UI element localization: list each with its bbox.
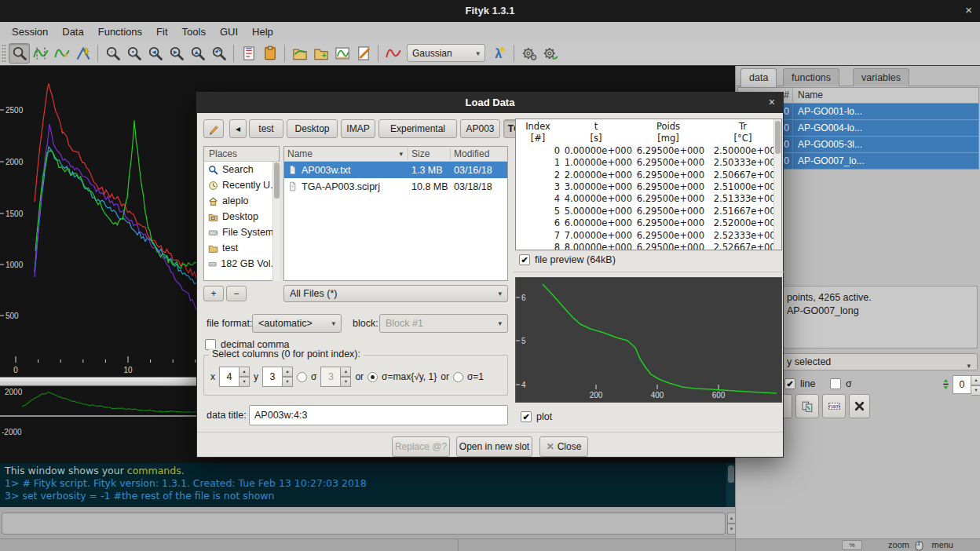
command-input[interactable] (2, 513, 726, 535)
load-data-button[interactable] (289, 43, 310, 64)
zoom-previous-button[interactable]: ▪ (123, 43, 144, 64)
menu-session[interactable]: Session (5, 24, 55, 40)
export-image-button[interactable] (331, 43, 353, 64)
function-curve-button[interactable] (382, 43, 404, 64)
place-item-label: Recently U... (222, 180, 279, 191)
file-format-dropdown[interactable]: <automatic>▾ (252, 314, 342, 333)
preview-cell: 6.29500e+000 (632, 145, 704, 157)
add-function-button[interactable] (51, 43, 72, 64)
sigma-checkbox[interactable] (830, 378, 841, 389)
file-col-size[interactable]: Size (408, 148, 451, 159)
tab-variables[interactable]: variables (853, 68, 909, 86)
zoom-left-button[interactable]: ◂ (144, 43, 166, 64)
spin-down-icon[interactable]: ▼ (341, 377, 351, 387)
add-place-button[interactable]: + (203, 286, 224, 301)
path-back-button[interactable]: ◂ (229, 119, 247, 138)
path-crumb-test[interactable]: test (249, 119, 283, 138)
open-in-new-slot-button[interactable]: Open in new slot (456, 436, 532, 457)
path-crumb-experimental[interactable]: Experimental (378, 119, 457, 138)
y-column-spinner[interactable]: 3▲▼ (262, 367, 293, 387)
block-dropdown[interactable]: Block #1▾ (379, 314, 508, 333)
spin-up-icon[interactable]: ▲ (283, 367, 293, 377)
path-crumb-desktop[interactable]: Desktop (287, 119, 338, 138)
y-column-label: y (254, 371, 258, 382)
file-col-name[interactable]: Name▾ (284, 148, 408, 159)
sigma-column-spinner[interactable]: 3▲▼ (320, 367, 351, 387)
spin-up-icon[interactable]: ▲ (971, 375, 980, 385)
sigma-column-radio[interactable] (297, 372, 307, 382)
path-crumb-imap[interactable]: IMAP (341, 119, 375, 138)
sigma-one-radio[interactable] (453, 372, 463, 382)
edit-script-button[interactable] (353, 43, 374, 64)
line-checkbox[interactable]: ✔ (784, 378, 795, 389)
magnifier-all-icon: ▫ (105, 46, 121, 61)
place-item-search[interactable]: Search (204, 162, 279, 177)
toolbar-separator (378, 45, 378, 62)
activate-data-button[interactable] (30, 43, 51, 64)
data-settings-button[interactable] (259, 43, 280, 64)
places-scrollbar[interactable] (272, 162, 280, 281)
tab-data[interactable]: data (740, 68, 777, 87)
file-preview-table[interactable]: IndextPoidsTr[#][s][mg][°C]00.00000e+000… (515, 119, 782, 250)
load-data-custom-button[interactable]: + (310, 43, 331, 64)
path-edit-toggle-button[interactable] (203, 119, 224, 138)
spin-up-icon[interactable]: ▲ (341, 367, 351, 377)
zoom-all-button[interactable]: ▫ (102, 43, 123, 64)
place-item-desktop[interactable]: Desktop (204, 209, 279, 224)
toolbar-drag-handle[interactable] (2, 44, 6, 63)
function-type-select[interactable]: Gaussian▾ (407, 44, 485, 62)
preview-plot[interactable]: 654200400600 (515, 277, 782, 403)
file-row-tga-ap003-sciprj[interactable]: TGA-AP003.sciprj10.8 MB03/18/18 (284, 178, 507, 195)
place-item-aleplo[interactable]: aleplo (204, 193, 279, 209)
statusbar-menu-label: menu (931, 540, 953, 549)
file-preview-checkbox[interactable]: ✔ (519, 254, 530, 265)
menu-help[interactable]: Help (245, 24, 280, 40)
axes-settings-button[interactable] (238, 43, 259, 64)
menu-functions[interactable]: Functions (91, 24, 149, 40)
path-crumb-ap003[interactable]: AP003 (460, 119, 500, 138)
data-title-input[interactable]: AP003w:4:3 (249, 405, 508, 425)
menu-data[interactable]: Data (55, 24, 90, 40)
spin-down-icon[interactable]: ▼ (283, 377, 293, 387)
fit-continue-button[interactable] (539, 43, 561, 64)
file-col-modified[interactable]: Modified (451, 148, 506, 159)
place-item-182-gb-vol-[interactable]: 182 GB Vol... (204, 256, 279, 272)
zoom-right-button[interactable]: ▸ (166, 43, 187, 64)
draw-function-button[interactable] (72, 43, 93, 64)
x-column-spinner[interactable]: 4▲▼ (219, 367, 250, 387)
console-scrollbar[interactable] (726, 463, 735, 507)
place-item-file-system[interactable]: File System (204, 224, 279, 240)
file-row-ap003w-txt[interactable]: AP003w.txt1.3 MB03/16/18 (284, 162, 507, 178)
point-size-spinner[interactable]: 0▲▼ (953, 375, 980, 394)
fit-run-button[interactable] (518, 43, 539, 64)
file-filter-dropdown[interactable]: All Files (*)▾ (283, 285, 508, 302)
preview-cell: 0.00000e+000 (560, 145, 632, 157)
spin-up-icon[interactable]: ▲ (240, 367, 250, 377)
copy-data-button[interactable] (795, 394, 819, 418)
scale-toggle-button[interactable]: % (842, 540, 862, 550)
remove-place-button[interactable]: − (226, 286, 247, 301)
spin-down-icon[interactable]: ▼ (971, 385, 980, 396)
close-button[interactable]: ✕Close (539, 436, 588, 457)
plot-checkbox[interactable]: ✔ (521, 411, 532, 422)
place-item-recently-u-[interactable]: Recently U... (204, 177, 279, 193)
rename-data-button[interactable]: nam (822, 394, 846, 418)
preview-cell: 2.50333e+001 (704, 157, 781, 169)
dialog-close-icon[interactable]: × (769, 93, 775, 113)
preview-unit-cell: [#] (516, 133, 560, 144)
delete-data-button[interactable] (849, 394, 870, 418)
undo-zoom-button[interactable]: ↶ (208, 43, 229, 64)
menu-fit[interactable]: Fit (149, 24, 174, 40)
window-close-icon[interactable]: × (965, 0, 972, 22)
auto-add-peak-button[interactable]: λ (488, 43, 510, 64)
spin-down-icon[interactable]: ▼ (240, 377, 250, 387)
preview-table-scrollbar[interactable] (773, 119, 781, 250)
zoom-vertical-button[interactable]: ▴ (187, 43, 208, 64)
place-item-test[interactable]: test (204, 240, 279, 256)
tab-functions[interactable]: functions (783, 68, 839, 86)
menu-tools[interactable]: Tools (175, 24, 213, 40)
sigma-max-radio[interactable] (368, 372, 378, 382)
replace-button[interactable]: Replace @? (392, 436, 450, 457)
zoom-rectangle-button[interactable] (9, 43, 30, 64)
menu-gui[interactable]: GUI (213, 24, 245, 40)
